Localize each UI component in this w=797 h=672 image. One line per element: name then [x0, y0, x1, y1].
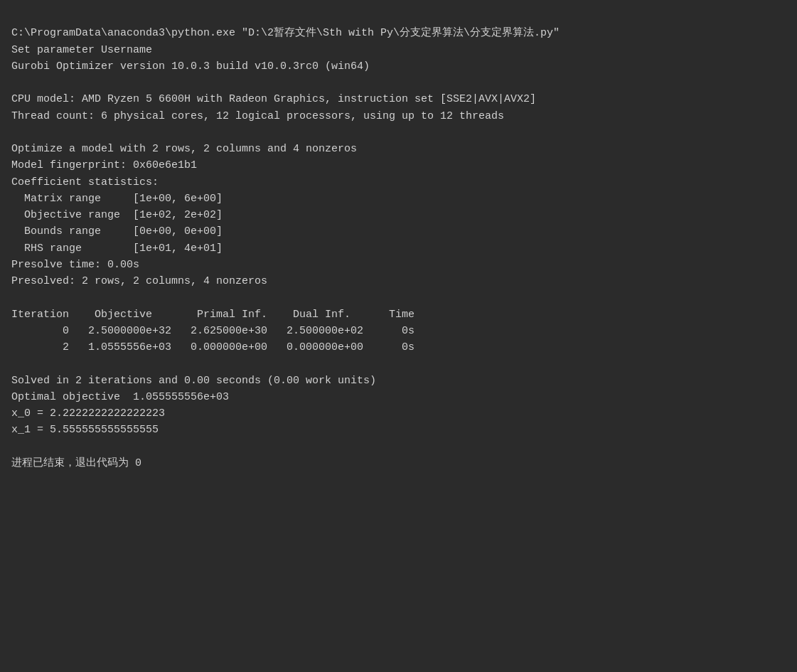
bounds-range: Bounds range [0e+00, 0e+00]	[11, 223, 786, 240]
obj-range: Objective range [1e+02, 2e+02]	[11, 207, 786, 223]
fingerprint: Model fingerprint: 0x60e6e1b1	[11, 157, 786, 174]
row2: 2 1.0555556e+03 0.000000e+00 0.000000e+0…	[11, 339, 786, 356]
set-param: Set parameter Username	[11, 42, 786, 58]
row0: 0 2.5000000e+32 2.625000e+30 2.500000e+0…	[11, 323, 786, 339]
empty-line	[11, 75, 786, 91]
x1: x_1 = 5.555555555555555	[11, 422, 786, 438]
empty-line	[11, 289, 786, 306]
optimize: Optimize a model with 2 rows, 2 columns …	[11, 141, 786, 157]
presolve-time: Presolve time: 0.00s	[11, 257, 786, 273]
empty-line	[11, 356, 786, 372]
thread-count: Thread count: 6 physical cores, 12 logic…	[11, 108, 786, 124]
cpu-model: CPU model: AMD Ryzen 5 6600H with Radeon…	[11, 91, 786, 107]
empty-line	[11, 124, 786, 141]
gurobi-ver: Gurobi Optimizer version 10.0.3 build v1…	[11, 58, 786, 75]
optimal-obj: Optimal objective 1.055555556e+03	[11, 389, 786, 405]
terminal-output: C:\ProgramData\anaconda3\python.exe "D:\…	[11, 9, 786, 471]
cmd-line: C:\ProgramData\anaconda3\python.exe "D:\…	[11, 25, 786, 41]
table-header: Iteration Objective Primal Inf. Dual Inf…	[11, 306, 786, 323]
presolved: Presolved: 2 rows, 2 columns, 4 nonzeros	[11, 273, 786, 289]
empty-line	[11, 439, 786, 455]
coeff-stats: Coefficient statistics:	[11, 174, 786, 191]
exit: 进程已结束，退出代码为 0	[11, 455, 786, 471]
x0: x_0 = 2.2222222222222223	[11, 405, 786, 422]
rhs-range: RHS range [1e+01, 4e+01]	[11, 240, 786, 257]
matrix-range: Matrix range [1e+00, 6e+00]	[11, 191, 786, 207]
solved: Solved in 2 iterations and 0.00 seconds …	[11, 373, 786, 389]
